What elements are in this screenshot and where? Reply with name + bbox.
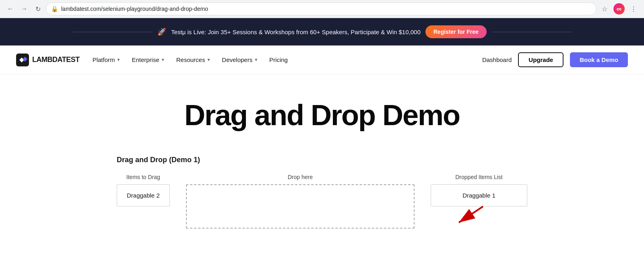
back-button[interactable]: ←	[5, 3, 16, 14]
nav-resources[interactable]: Resources ▼	[176, 55, 211, 65]
resources-label: Resources	[176, 56, 205, 63]
logo[interactable]: LAMBDATEST	[16, 54, 80, 66]
page-title: Drag and Drop Demo	[16, 99, 628, 132]
dropped-items-label: Dropped Items List	[431, 174, 527, 180]
drop-here-label: Drop here	[186, 174, 415, 180]
platform-chevron: ▼	[117, 58, 121, 62]
banner-text: Testµ is Live: Join 35+ Sessions & Works…	[171, 29, 421, 35]
lock-icon: 🔒	[51, 6, 58, 12]
address-bar[interactable]: 🔒 lambdatest.com/selenium-playground/dra…	[46, 2, 597, 15]
demo1-label: Drag and Drop (Demo 1)	[117, 156, 527, 164]
nav-enterprise[interactable]: Enterprise ▼	[132, 55, 165, 65]
menu-button[interactable]: ⋮	[628, 3, 639, 14]
developers-chevron: ▼	[254, 58, 258, 62]
upgrade-button[interactable]: Upgrade	[518, 52, 564, 67]
dashboard-link[interactable]: Dashboard	[482, 56, 512, 63]
browser-chrome: ← → ↻ 🔒 lambdatest.com/selenium-playgrou…	[0, 0, 644, 18]
browser-actions: ☆ ee ⋮	[599, 3, 639, 14]
dropped-items-wrapper: Dropped Items List Draggable 1	[431, 174, 527, 206]
logo-text: LAMBDATEST	[32, 56, 80, 64]
drop-zone-wrapper: Drop here	[186, 174, 415, 229]
browser-controls: ← → ↻ 🔒 lambdatest.com/selenium-playgrou…	[0, 0, 644, 18]
navbar: LAMBDATEST Platform ▼ Enterprise ▼ Resou…	[0, 45, 644, 74]
developers-label: Developers	[222, 56, 252, 63]
banner-line-right	[491, 32, 572, 32]
refresh-button[interactable]: ↻	[32, 3, 43, 14]
main-content: Drag and Drop Demo Drag and Drop (Demo 1…	[0, 74, 644, 245]
drop-zone[interactable]	[186, 184, 415, 229]
pricing-label: Pricing	[269, 56, 288, 63]
drag-drop-area: Items to Drag Draggable 2 Drop here Drop…	[117, 174, 527, 229]
nav-platform[interactable]: Platform ▼	[93, 55, 121, 65]
draggable-2-item[interactable]: Draggable 2	[117, 184, 170, 206]
nav-links: Platform ▼ Enterprise ▼ Resources ▼ Deve…	[93, 55, 469, 65]
nav-developers[interactable]: Developers ▼	[222, 55, 258, 65]
logo-icon	[16, 54, 29, 66]
items-to-drag-column: Items to Drag Draggable 2	[117, 174, 170, 206]
svg-line-2	[459, 206, 483, 223]
banner-line-left	[72, 32, 153, 32]
demo-section: Drag and Drop (Demo 1) Items to Drag Dra…	[101, 156, 543, 229]
resources-chevron: ▼	[206, 58, 211, 62]
avatar: ee	[613, 3, 625, 14]
forward-button[interactable]: →	[19, 3, 30, 14]
nav-pricing[interactable]: Pricing	[269, 55, 288, 65]
enterprise-chevron: ▼	[161, 58, 165, 62]
url-text: lambdatest.com/selenium-playground/drag-…	[61, 6, 591, 12]
announcement-banner: 🚀 Testµ is Live: Join 35+ Sessions & Wor…	[0, 18, 644, 45]
items-to-drag-label: Items to Drag	[117, 174, 170, 180]
star-button[interactable]: ☆	[599, 3, 610, 14]
enterprise-label: Enterprise	[132, 56, 159, 63]
arrow-indicator	[443, 202, 491, 235]
register-button[interactable]: Register for Free	[425, 25, 487, 38]
platform-label: Platform	[93, 56, 115, 63]
rocket-emoji: 🚀	[157, 27, 166, 36]
book-demo-button[interactable]: Book a Demo	[570, 52, 628, 67]
nav-actions: Dashboard Upgrade Book a Demo	[482, 52, 628, 67]
